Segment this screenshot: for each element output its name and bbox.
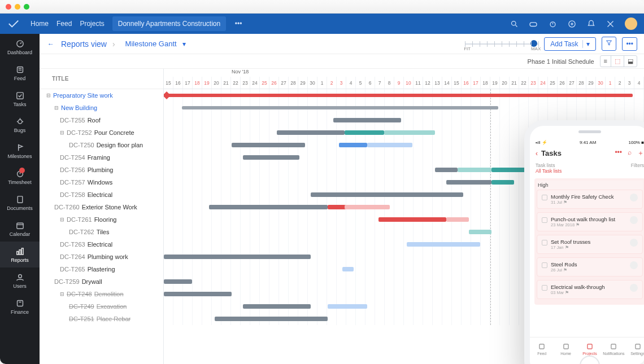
filter-button[interactable] — [602, 37, 616, 51]
sidebar-item-feed[interactable]: Feed — [0, 60, 40, 86]
caret-icon[interactable]: ⊟ — [60, 291, 66, 297]
mobile-task-card[interactable]: Steel Rods26 Jul ⚑ — [537, 257, 643, 277]
mobile-add-icon[interactable]: ＋ — [637, 148, 644, 158]
task-row[interactable]: DC-T263Electrical — [40, 238, 163, 251]
back-arrow-icon[interactable]: ← — [46, 40, 55, 49]
gantt-bar[interactable] — [243, 155, 299, 160]
gantt-bar[interactable] — [446, 180, 491, 185]
task-row[interactable]: DC-T249Excavation — [40, 300, 163, 313]
min-dot[interactable] — [15, 4, 20, 10]
gantt-bar[interactable] — [491, 180, 514, 185]
sidebar-item-calendar[interactable]: Calendar — [0, 216, 40, 242]
sidebar-item-finance[interactable]: Finance — [0, 293, 40, 319]
gantt-bar[interactable] — [367, 143, 412, 147]
gantt-bar[interactable] — [164, 292, 232, 296]
sidebar-item-tasks[interactable]: Tasks — [0, 86, 40, 112]
more-icon[interactable]: ••• — [234, 19, 243, 28]
mobile-tab-settings[interactable]: Settings — [626, 337, 644, 361]
milestone-selector[interactable]: Milestone Gantt — [125, 40, 177, 48]
sidebar-item-milestones[interactable]: Milestones — [0, 138, 40, 164]
task-row[interactable]: ⊟DC-T248Demolition — [40, 288, 163, 300]
gantt-bar[interactable] — [277, 130, 345, 135]
max-dot[interactable] — [24, 4, 29, 10]
task-row[interactable]: DC-T259Drywall — [40, 275, 163, 288]
gantt-bar[interactable] — [342, 267, 354, 271]
mobile-more-icon[interactable]: ••• — [615, 148, 622, 158]
close-dot[interactable] — [6, 4, 11, 10]
vt-1[interactable]: ≡ — [601, 56, 611, 67]
task-row[interactable]: DC-T256Plumbing — [40, 164, 163, 176]
sidebar-item-timesheet[interactable]: Timesheet — [0, 164, 40, 190]
add-task-button[interactable]: Add Task▾ — [544, 37, 596, 51]
task-row[interactable]: ⊟New Building — [40, 102, 163, 114]
gantt-bar[interactable] — [435, 168, 458, 172]
avatar[interactable] — [625, 17, 637, 30]
gantt-bar[interactable] — [311, 192, 463, 197]
caret-icon[interactable]: ⊟ — [54, 105, 60, 111]
caret-icon[interactable]: ⊟ — [60, 217, 66, 222]
mobile-tab-notifications[interactable]: Notifications — [602, 337, 625, 361]
project-selector[interactable]: Donnelly Apartments Construction — [112, 16, 226, 31]
mobile-task-card[interactable]: Monthly Fire Safety Check31 Jul ⚑ — [537, 190, 643, 209]
zoom-slider[interactable]: FIT MAX — [465, 38, 538, 50]
sidebar-item-bugs[interactable]: Bugs — [0, 112, 40, 138]
task-row[interactable]: DC-T251Place Rebar — [40, 313, 163, 325]
task-row[interactable]: DC-T257Windows — [40, 176, 163, 188]
vt-3[interactable]: ⬓ — [624, 56, 637, 67]
gantt-bar[interactable] — [243, 304, 311, 309]
sidebar-item-dashboard[interactable]: Dashboard — [0, 34, 40, 60]
mobile-back-icon[interactable]: ‹ — [536, 150, 538, 157]
gantt-bar[interactable] — [333, 118, 401, 122]
vt-2[interactable]: ⬚ — [611, 56, 624, 67]
mobile-tab-feed[interactable]: Feed — [530, 337, 554, 361]
breadcrumb[interactable]: Reports view — [61, 40, 107, 49]
gantt-bar[interactable] — [491, 168, 525, 172]
gantt-bar[interactable] — [384, 130, 435, 135]
task-row[interactable]: DC-T250Design floor plan — [40, 139, 163, 151]
gantt-bar[interactable] — [209, 205, 328, 209]
add-icon[interactable] — [567, 19, 576, 28]
gantt-bar[interactable] — [164, 279, 192, 284]
task-row[interactable]: DC-T255Roof — [40, 114, 163, 126]
mobile-tab-home[interactable]: Home — [554, 337, 577, 361]
gantt-bar[interactable] — [339, 143, 367, 147]
mobile-task-card[interactable]: Electrical walk-through03 Mar ⚑ — [537, 280, 643, 299]
task-row[interactable]: DC-T260Exterior Stone Work — [40, 201, 163, 213]
gantt-bar[interactable] — [446, 217, 469, 222]
task-row[interactable]: DC-T258Electrical — [40, 188, 163, 201]
gantt-row[interactable] — [164, 102, 644, 114]
task-row[interactable]: DC-T262Tiles — [40, 226, 163, 238]
gantt-bar[interactable] — [164, 255, 311, 259]
checkbox-icon[interactable] — [542, 262, 547, 268]
view-toggle[interactable]: ≡ ⬚ ⬓ — [600, 55, 637, 67]
checkbox-icon[interactable] — [542, 217, 547, 223]
checkbox-icon[interactable] — [542, 195, 547, 200]
checkbox-icon[interactable] — [542, 285, 547, 291]
task-row[interactable]: ⊟DC-T252Pour Concrete — [40, 126, 163, 139]
gantt-bar[interactable] — [407, 242, 480, 247]
mobile-search-icon[interactable]: ⌕ — [628, 148, 632, 158]
search-icon[interactable] — [510, 19, 519, 28]
gantt-bar[interactable] — [232, 143, 305, 147]
mobile-filters[interactable]: Filters — [631, 163, 644, 174]
task-row[interactable]: DC-T264Plumbing work — [40, 251, 163, 263]
gantt-bar[interactable] — [345, 130, 384, 135]
gantt-bar[interactable] — [345, 205, 390, 209]
sidebar-item-users[interactable]: Users — [0, 267, 40, 293]
gantt-bar[interactable] — [469, 230, 491, 234]
tools-icon[interactable] — [606, 19, 615, 28]
caret-icon[interactable]: ⊟ — [46, 93, 52, 98]
mobile-all-lists[interactable]: All Task lists — [536, 168, 562, 174]
task-row[interactable]: ⊟Preparatory Site work — [40, 89, 163, 102]
gantt-bar[interactable] — [328, 304, 367, 309]
more-button[interactable]: ••• — [622, 37, 637, 51]
chevron-down-icon[interactable]: ▾ — [182, 40, 186, 48]
nav-feed[interactable]: Feed — [56, 20, 72, 28]
gantt-bar[interactable] — [458, 168, 491, 172]
gantt-bar[interactable] — [215, 317, 328, 321]
sidebar-item-reports[interactable]: Reports — [0, 242, 40, 267]
sidebar-item-documents[interactable]: Documents — [0, 190, 40, 216]
task-row[interactable]: ⊟DC-T261Flooring — [40, 213, 163, 226]
caret-icon[interactable]: ⊟ — [60, 130, 66, 135]
task-row[interactable]: DC-T254Framing — [40, 151, 163, 164]
